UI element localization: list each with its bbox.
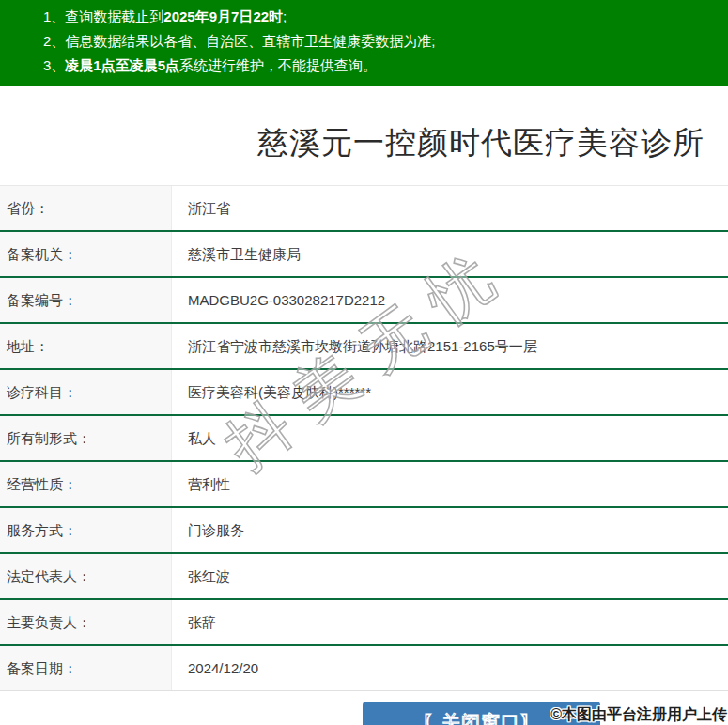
row-label: 法定代表人： bbox=[0, 554, 172, 598]
row-label: 服务方式： bbox=[0, 508, 172, 552]
notice-line-1: 1、查询数据截止到2025年9月7日22时; bbox=[43, 5, 728, 29]
notice-line-2: 2、信息数据结果以各省、自治区、直辖市卫生健康委数据为准; bbox=[43, 29, 728, 54]
table-row-filing-authority: 备案机关： 慈溪市卫生健康局 bbox=[0, 232, 728, 278]
table-row-principal: 主要负责人： 张辞 bbox=[0, 600, 728, 646]
row-value: 张辞 bbox=[172, 600, 728, 644]
table-row-business-nature: 经营性质： 营利性 bbox=[0, 462, 728, 508]
row-label: 经营性质： bbox=[0, 462, 172, 506]
row-value: 浙江省 bbox=[172, 186, 728, 230]
row-value: 慈溪市卫生健康局 bbox=[172, 232, 728, 276]
row-label: 备案编号： bbox=[0, 278, 172, 322]
uploaded-by-user-stamp: ©本图由平台注册用户上传 bbox=[550, 705, 727, 725]
notice-3-suffix: 系统进行维护，不能提供查询。 bbox=[179, 57, 377, 73]
table-row-service-mode: 服务方式： 门诊服务 bbox=[0, 508, 728, 554]
row-value: 张红波 bbox=[172, 554, 728, 598]
row-label: 地址： bbox=[0, 324, 172, 368]
row-label: 备案机关： bbox=[0, 232, 172, 276]
row-label: 备案日期： bbox=[0, 646, 172, 690]
row-value: 门诊服务 bbox=[172, 508, 728, 552]
row-label: 主要负责人： bbox=[0, 600, 172, 644]
notice-bar: 1、查询数据截止到2025年9月7日22时; 2、信息数据结果以各省、自治区、直… bbox=[0, 0, 728, 86]
table-row-address: 地址： 浙江省宁波市慈溪市坎墩街道孙塘北路2151-2165号一层 bbox=[0, 324, 728, 370]
row-value: 私人 bbox=[172, 416, 728, 460]
table-row-legal-representative: 法定代表人： 张红波 bbox=[0, 554, 728, 600]
table-row-filing-number: 备案编号： MADGBU2G-033028217D2212 bbox=[0, 278, 728, 324]
notice-3-text: 3、 bbox=[43, 57, 65, 73]
notice-1-suffix: ; bbox=[283, 8, 287, 24]
table-row-filing-date: 备案日期： 2024/12/20 bbox=[0, 646, 728, 690]
row-value: 浙江省宁波市慈溪市坎墩街道孙塘北路2151-2165号一层 bbox=[172, 324, 728, 368]
table-row-treatment-subjects: 诊疗科目： 医疗美容科(美容皮肤科)****** bbox=[0, 370, 728, 416]
notice-1-bold-text: 2025年9月7日22时 bbox=[163, 8, 283, 24]
row-label: 所有制形式： bbox=[0, 416, 172, 460]
notice-line-3: 3、凌晨1点至凌晨5点系统进行维护，不能提供查询。 bbox=[43, 54, 728, 78]
row-label: 省份： bbox=[0, 186, 172, 230]
page-title: 慈溪元一控颜时代医疗美容诊所 bbox=[0, 122, 728, 164]
table-row-ownership-form: 所有制形式： 私人 bbox=[0, 416, 728, 462]
notice-3-bold-text: 凌晨1点至凌晨5点 bbox=[65, 57, 179, 73]
row-value: 营利性 bbox=[172, 462, 728, 506]
row-label: 诊疗科目： bbox=[0, 370, 172, 414]
notice-1-text: 1、查询数据截止到 bbox=[43, 8, 163, 24]
row-value: 2024/12/20 bbox=[172, 646, 728, 690]
notice-2-text: 2、信息数据结果以各省、自治区、直辖市卫生健康委数据为准; bbox=[43, 33, 436, 49]
registration-info-table: 省份： 浙江省 备案机关： 慈溪市卫生健康局 备案编号： MADGBU2G-03… bbox=[0, 185, 728, 691]
row-value: MADGBU2G-033028217D2212 bbox=[172, 278, 728, 322]
row-value: 医疗美容科(美容皮肤科)****** bbox=[172, 370, 728, 414]
page: 1、查询数据截止到2025年9月7日22时; 2、信息数据结果以各省、自治区、直… bbox=[0, 0, 728, 725]
table-row-province: 省份： 浙江省 bbox=[0, 186, 728, 232]
